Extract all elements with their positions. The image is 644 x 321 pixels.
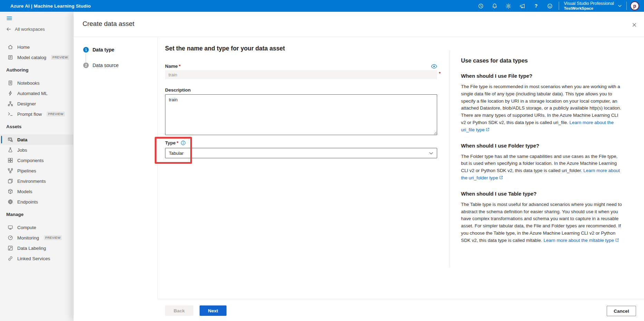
- preview-badge: PREVIEW: [51, 55, 69, 60]
- notifications-bell-icon[interactable]: [488, 0, 501, 12]
- step-1-label: Data type: [93, 47, 114, 53]
- sidebar-group: AuthoringNotebooksAutomated MLDesignerPr…: [0, 66, 74, 119]
- home-icon: [8, 44, 13, 50]
- back-arrow-icon: [6, 27, 11, 32]
- learn-more-link[interactable]: Learn more about the uri_file type: [461, 120, 614, 132]
- type-select-dropdown[interactable]: Tabular: [165, 148, 437, 158]
- step-data-type[interactable]: 1 Data type: [83, 47, 114, 53]
- eye-preview-icon[interactable]: [431, 64, 437, 69]
- left-navigation-sidebar: All workspaces HomeModel catalogPREVIEWA…: [0, 12, 74, 321]
- help-section-heading: When should I use File type?: [461, 73, 623, 79]
- sidebar-item-data[interactable]: Data: [0, 134, 74, 145]
- sidebar-item-prompt-flow[interactable]: Prompt flowPREVIEW: [0, 109, 74, 119]
- compute-icon: [8, 225, 13, 230]
- back-button[interactable]: Back: [165, 305, 193, 316]
- create-data-asset-dialog: Create data asset 1 Data type 2 Data sou…: [74, 12, 644, 321]
- external-link-icon: [615, 237, 619, 242]
- help-icon: ?: [533, 3, 539, 9]
- app-title: Azure AI | Machine Learning Studio: [10, 3, 91, 9]
- wizard-stepper: 1 Data type 2 Data source: [74, 37, 158, 299]
- required-asterisk: *: [439, 71, 441, 76]
- sidebar-item-label: Designer: [17, 101, 36, 106]
- environments-icon: [8, 178, 13, 184]
- notebooks-icon: [8, 80, 13, 86]
- description-field-label: Description: [165, 87, 450, 93]
- sidebar-item-endpoints[interactable]: Endpoints: [0, 197, 74, 207]
- sidebar-item-designer[interactable]: Designer: [0, 98, 74, 109]
- required-asterisk: *: [179, 64, 181, 69]
- workspace-switcher[interactable]: Visual Studio Professional TestWorkSpace: [561, 1, 615, 11]
- clock-icon[interactable]: [474, 0, 488, 12]
- models-icon: [8, 189, 13, 194]
- sidebar-item-label: Notebooks: [17, 81, 40, 86]
- sidebar-item-notebooks[interactable]: Notebooks: [0, 78, 74, 88]
- topbar-icon-group: ?: [474, 0, 557, 12]
- sidebar-item-label: Home: [17, 45, 30, 50]
- close-icon[interactable]: [629, 21, 639, 29]
- smiley-feedback-icon[interactable]: [543, 0, 557, 12]
- linked-services-icon: [8, 256, 13, 261]
- help-panel-title: Use cases for data types: [461, 57, 623, 64]
- sidebar-item-environments[interactable]: Environments: [0, 176, 74, 186]
- clock-icon: [478, 3, 484, 9]
- top-app-bar: Azure AI | Machine Learning Studio ? Vis…: [0, 0, 644, 12]
- topbar-separator: [626, 2, 627, 10]
- designer-icon: [8, 101, 13, 106]
- chevron-down-icon[interactable]: [615, 0, 624, 12]
- help-icon[interactable]: ?: [529, 0, 543, 12]
- all-workspaces-back-link[interactable]: All workspaces: [0, 24, 74, 34]
- name-input[interactable]: [165, 70, 437, 79]
- sidebar-item-model-catalog[interactable]: Model catalogPREVIEW: [0, 52, 74, 63]
- model-catalog-icon: [8, 55, 13, 60]
- step-connector-line: [86, 54, 86, 62]
- sidebar-section-header: Assets: [0, 123, 74, 130]
- description-textarea[interactable]: train: [165, 94, 437, 135]
- sidebar-item-jobs[interactable]: Jobs: [0, 145, 74, 155]
- help-section-heading: When should I use Table type?: [461, 191, 623, 197]
- vertical-divider: [450, 50, 450, 268]
- sidebar-item-home[interactable]: Home: [0, 42, 74, 52]
- sidebar-item-label: Pipelines: [17, 168, 36, 173]
- feedback-megaphone-icon: [519, 3, 525, 9]
- step-data-source[interactable]: 2 Data source: [83, 63, 118, 68]
- step-2-indicator: 2: [83, 63, 89, 68]
- sidebar-item-label: Endpoints: [17, 199, 38, 205]
- feedback-megaphone-icon[interactable]: [515, 0, 529, 12]
- sidebar-item-data-labeling[interactable]: Data Labeling: [0, 243, 74, 253]
- components-icon: [8, 158, 13, 163]
- data-asset-form: Set the name and type for your data asse…: [158, 37, 450, 299]
- next-button[interactable]: Next: [200, 305, 227, 316]
- account-avatar[interactable]: p: [630, 1, 639, 10]
- hamburger-menu-icon[interactable]: [6, 15, 14, 22]
- footer-divider: [158, 299, 644, 299]
- type-field-label: Type*: [165, 140, 179, 145]
- sidebar-group: HomeModel catalogPREVIEW: [0, 42, 74, 63]
- cancel-button[interactable]: Cancel: [607, 306, 636, 316]
- sidebar-item-label: Components: [17, 158, 44, 163]
- sidebar-item-label: Linked Services: [17, 256, 50, 261]
- sidebar-item-pipelines[interactable]: Pipelines: [0, 166, 74, 176]
- help-section-body: The Folder type has all the same capabil…: [461, 153, 623, 182]
- info-icon[interactable]: [181, 140, 186, 145]
- type-selected-value: Tabular: [169, 151, 184, 156]
- sidebar-item-models[interactable]: Models: [0, 186, 74, 197]
- sidebar-item-monitoring[interactable]: MonitoringPREVIEW: [0, 233, 74, 243]
- chevron-down-icon: [429, 151, 433, 155]
- help-section-body: The File type is recommended in most sce…: [461, 83, 623, 134]
- dialog-title: Create data asset: [83, 20, 134, 28]
- sidebar-item-label: Jobs: [17, 148, 27, 153]
- learn-more-link[interactable]: Learn more about the mltable type: [544, 238, 614, 243]
- help-sections: When should I use File type?The File typ…: [461, 73, 623, 244]
- name-field-label: Name*: [165, 64, 181, 69]
- data-icon: [8, 137, 13, 142]
- sidebar-group: AssetsDataJobsComponentsPipelinesEnviron…: [0, 123, 74, 207]
- sidebar-item-automated-ml[interactable]: Automated ML: [0, 88, 74, 98]
- sidebar-section-header: Authoring: [0, 66, 74, 74]
- sidebar-item-components[interactable]: Components: [0, 155, 74, 166]
- sidebar-item-linked-services[interactable]: Linked Services: [0, 253, 74, 264]
- learn-more-link[interactable]: Learn more about the uri_folder type: [461, 168, 620, 180]
- settings-gear-icon[interactable]: [501, 0, 515, 12]
- sidebar-item-label: Environments: [17, 179, 46, 184]
- sidebar-item-compute[interactable]: Compute: [0, 222, 74, 233]
- sidebar-item-label: Compute: [17, 225, 36, 230]
